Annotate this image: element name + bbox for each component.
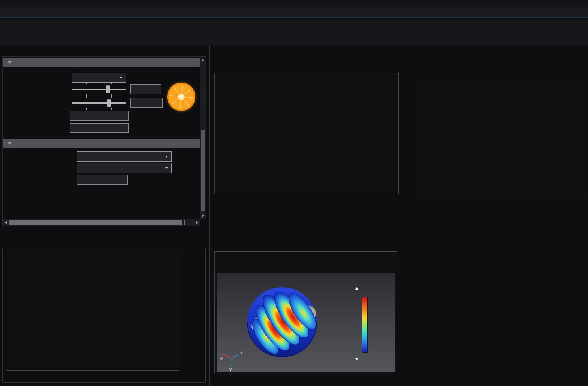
slider-thumb[interactable]	[106, 85, 110, 93]
chevron-down-icon	[165, 167, 168, 169]
menu-bar	[0, 7, 588, 18]
slider-thumb[interactable]	[107, 99, 111, 107]
metrics-plot-panel	[417, 81, 588, 198]
mesh-plot-panel	[6, 252, 179, 371]
air-temp-input[interactable]	[77, 175, 128, 185]
scroll-down-icon[interactable]	[201, 215, 204, 217]
fruit-radius-value[interactable]	[130, 98, 163, 108]
digital-twin-panel: ▲ ▼ x y z	[214, 251, 397, 373]
axis-z-label: z	[240, 350, 242, 356]
air-temperature-chart[interactable]	[217, 86, 383, 187]
slider-ticks	[74, 96, 125, 98]
scroll-up-icon[interactable]	[201, 59, 204, 61]
colorbar-gradient	[362, 297, 368, 353]
axis-triad-icon: x y z	[219, 349, 245, 371]
scroll-right-icon[interactable]	[196, 221, 198, 224]
initial-quality-input[interactable]	[70, 123, 129, 133]
scrollbar-thumb[interactable]	[9, 220, 185, 225]
slider-ticks	[74, 108, 125, 110]
section-product-parameters[interactable]	[3, 58, 200, 67]
geometry-mesh-container	[2, 249, 206, 383]
scrollbar-notch	[182, 220, 184, 225]
sensor-plot-panel	[214, 73, 399, 194]
column-divider	[209, 45, 210, 386]
scroll-left-icon[interactable]	[4, 221, 7, 224]
axis-x-label: x	[220, 356, 223, 361]
fruit-radius-slider[interactable]	[72, 95, 126, 111]
app-toolbar	[0, 19, 588, 45]
title-bar	[0, 0, 588, 7]
vertical-scrollbar[interactable]	[200, 57, 206, 219]
horizontal-scrollbar[interactable]	[3, 219, 200, 226]
slider-track	[72, 89, 126, 90]
flow-rate-select[interactable]	[77, 151, 172, 162]
input-database-panel	[2, 56, 206, 226]
collapse-icon	[8, 142, 12, 145]
orange-image	[167, 83, 195, 111]
peel-thickness-value[interactable]	[130, 84, 161, 94]
slider-track	[72, 102, 126, 104]
scrollbar-thumb[interactable]	[201, 130, 205, 211]
color-legend: ▲ ▼	[354, 285, 397, 366]
slider-ticks	[74, 82, 125, 84]
collapse-icon	[8, 61, 12, 64]
twin-3d-scene[interactable]: ▲ ▼ x y z	[217, 273, 395, 372]
initial-temp-input[interactable]	[70, 111, 129, 121]
section-delivery-air-parameters[interactable]	[3, 139, 200, 148]
colorbar-min: ▼	[354, 356, 359, 362]
mesh-chart[interactable]	[8, 264, 178, 370]
colorbar-max: ▲	[354, 285, 359, 291]
chevron-down-icon	[165, 156, 168, 158]
air-temp-mode-select[interactable]	[77, 163, 172, 173]
mass-loss-chart[interactable]	[420, 96, 587, 195]
orange-3d-model	[238, 276, 327, 365]
axis-y-label: y	[229, 367, 232, 371]
chevron-down-icon	[119, 77, 123, 79]
